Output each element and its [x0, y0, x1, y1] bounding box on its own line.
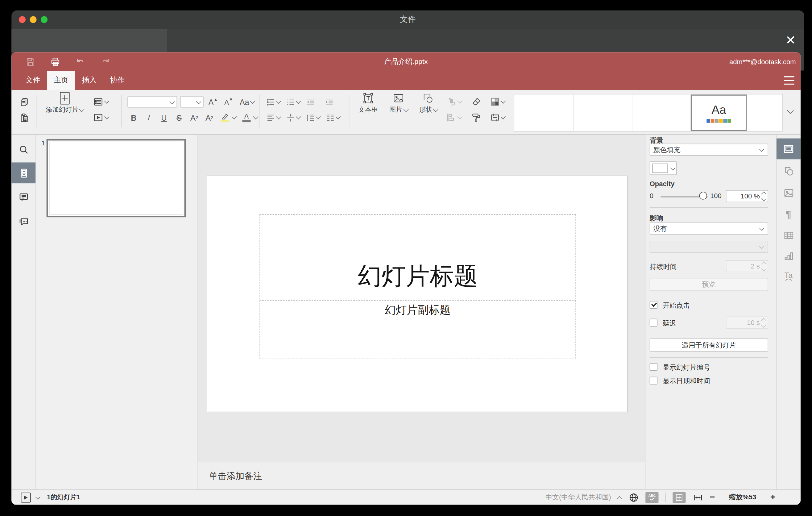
change-case-button[interactable]: Aa [238, 96, 256, 107]
superscript-button[interactable]: A2 [188, 112, 201, 123]
line-spacing-button[interactable] [305, 112, 321, 123]
theme-option-3[interactable] [633, 94, 691, 131]
increase-font-button[interactable]: A▲ [207, 96, 219, 107]
clear-style-icon[interactable] [471, 96, 482, 107]
language-caret-icon[interactable] [617, 496, 622, 501]
subtitle-placeholder[interactable]: 幻灯片副标题 [259, 300, 576, 358]
decrease-font-button[interactable]: A▼ [223, 96, 235, 107]
slide-thumbnail[interactable] [47, 139, 186, 217]
underline-button[interactable]: U [158, 112, 170, 123]
shape-settings-button[interactable] [777, 161, 801, 181]
fit-to-slide-button[interactable] [672, 492, 686, 503]
paragraph-settings-button[interactable]: ¶ [777, 204, 801, 225]
spellcheck-button[interactable]: ABC [645, 492, 658, 503]
slide-canvas[interactable]: 幻灯片标题 幻灯片副标题 [198, 135, 645, 462]
theme-palette [706, 119, 731, 123]
bullet-list-button[interactable] [265, 96, 281, 107]
opacity-slider-thumb[interactable] [699, 192, 707, 199]
chat-button[interactable] [11, 210, 35, 231]
slideshow-options-icon[interactable] [35, 494, 40, 499]
apply-to-all-button[interactable]: 适用于所有幻灯片 [650, 339, 768, 351]
theme-gallery-expand-icon[interactable] [786, 106, 792, 115]
opacity-up-icon[interactable] [761, 191, 766, 197]
slide-settings-button[interactable] [777, 139, 801, 160]
opacity-spinner[interactable]: 100 % [726, 190, 768, 202]
font-color-button[interactable]: A [240, 112, 259, 123]
theme-option-selected[interactable]: Aa [691, 94, 747, 131]
chart-settings-button[interactable] [777, 246, 801, 267]
search-icon [19, 144, 28, 154]
start-slideshow-icon[interactable] [93, 112, 103, 123]
strikethrough-button[interactable]: S [173, 112, 185, 123]
copy-icon[interactable] [19, 96, 29, 107]
italic-button[interactable]: I [143, 112, 155, 123]
zoom-out-button[interactable]: − [710, 492, 715, 503]
close-icon[interactable]: ✕ [783, 33, 798, 48]
add-slide-button[interactable]: 添加幻灯片 [44, 93, 85, 114]
numbered-list-button[interactable] [285, 96, 301, 107]
fit-to-width-button[interactable] [693, 492, 703, 503]
increase-indent-button[interactable] [324, 96, 334, 107]
bold-button[interactable]: B [127, 112, 140, 123]
title-placeholder[interactable]: 幻灯片标题 [259, 214, 576, 299]
delay-checkbox[interactable] [650, 319, 658, 326]
effect-select[interactable]: 没有 [650, 223, 768, 234]
fill-type-select[interactable]: 颜色填充 [650, 144, 768, 155]
slide-layout-icon[interactable] [93, 96, 103, 107]
document-language-button[interactable] [628, 492, 639, 503]
menu-icon[interactable] [784, 76, 794, 85]
search-button[interactable] [11, 139, 35, 160]
tab-collaboration[interactable]: 协作 [103, 71, 132, 90]
delay-label: 延迟 [663, 319, 676, 328]
font-size-select[interactable] [180, 96, 204, 107]
mac-titlebar: 文件 [11, 10, 804, 29]
font-color-bar [242, 120, 251, 122]
zoom-in-button[interactable]: + [770, 492, 776, 503]
tab-home[interactable]: 主页 [47, 71, 75, 90]
columns-button[interactable] [325, 112, 341, 123]
ribbon-tabs: 文件 主页 插入 协作 [11, 71, 801, 90]
tab-file[interactable]: 文件 [19, 71, 47, 90]
slides-panel-button[interactable] [11, 162, 35, 183]
right-sidebar: ¶ Ta [776, 135, 801, 489]
theme-option-2[interactable] [574, 94, 633, 131]
vertical-align-button[interactable] [285, 112, 301, 123]
table-settings-button[interactable] [777, 225, 801, 246]
fill-color-select[interactable] [650, 162, 677, 175]
decrease-indent-button[interactable] [305, 96, 316, 107]
textart-settings-button[interactable]: Ta [777, 266, 801, 287]
color-scheme-icon[interactable] [489, 96, 506, 107]
language-status[interactable]: 中文(中华人民共和国) [546, 492, 611, 502]
start-slideshow-status-button[interactable] [21, 492, 31, 502]
paste-icon[interactable] [19, 112, 29, 123]
show-date-time-checkbox[interactable] [650, 376, 658, 384]
horizontal-align-button[interactable] [265, 112, 281, 123]
start-on-click-checkbox[interactable] [650, 301, 658, 309]
notes-area[interactable]: 单击添加备注 [198, 462, 645, 489]
theme-option-5[interactable] [747, 94, 782, 131]
comments-button[interactable] [11, 187, 35, 207]
theme-gallery: Aa [514, 94, 783, 132]
shape-button[interactable]: 形状 [415, 93, 442, 114]
presentation-editor: 产品介绍.pptx adm***@dootask.com 文件 主页 插入 协作 [11, 52, 801, 505]
slide[interactable]: 幻灯片标题 幻灯片副标题 [207, 176, 628, 412]
tab-insert[interactable]: 插入 [75, 71, 103, 90]
preview-label: 预览 [702, 280, 716, 289]
subscript-button[interactable]: A2 [203, 112, 216, 123]
theme-option-1[interactable] [514, 94, 574, 131]
font-name-select[interactable] [127, 96, 177, 107]
delay-value: 10 s [747, 319, 760, 326]
textbox-icon [363, 93, 373, 104]
arrange-shapes-icon[interactable] [446, 96, 457, 107]
opacity-down-icon[interactable] [761, 196, 766, 201]
show-slide-number-checkbox[interactable] [650, 363, 658, 371]
slide-size-icon[interactable] [489, 112, 506, 123]
textbox-label: 文本框 [358, 106, 378, 114]
image-settings-button[interactable] [777, 182, 801, 203]
textbox-button[interactable]: 文本框 [356, 93, 380, 114]
image-settings-icon [784, 188, 793, 198]
highlight-color-button[interactable] [219, 112, 237, 123]
align-shapes-icon[interactable] [446, 112, 457, 123]
image-button[interactable]: 图片 [385, 93, 411, 114]
copy-style-icon[interactable] [471, 112, 482, 123]
